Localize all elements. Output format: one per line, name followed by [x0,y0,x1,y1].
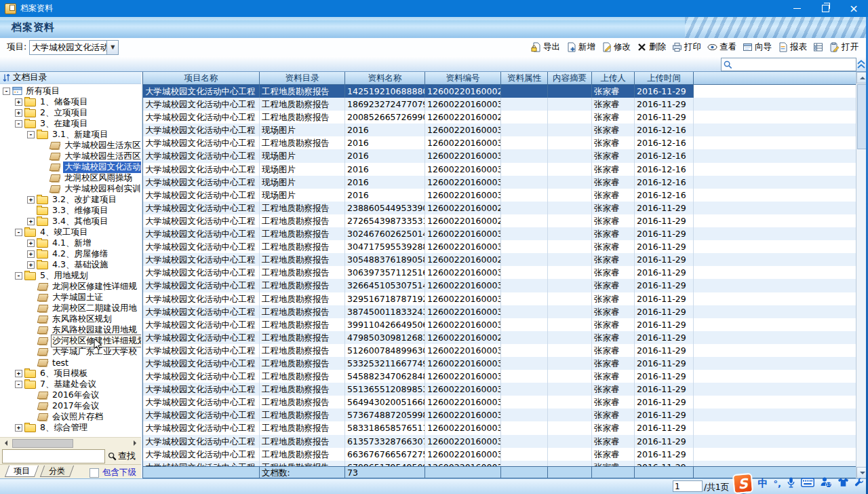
close-button[interactable]: × [840,0,868,17]
tree-item[interactable]: -3.1、新建项目 [0,129,141,140]
tab-category[interactable]: 分类 [40,466,74,477]
tree-item[interactable]: 会议照片存档 [0,411,141,422]
tree-item[interactable]: +4.2、房屋修缮 [0,248,141,259]
tree-collapse-icon[interactable]: - [27,131,35,138]
tree-horizontal-scrollbar[interactable] [0,437,141,448]
toolbar-open-button[interactable]: 打开 [829,41,859,53]
table-row[interactable]: 大学城校园文化活动中心工程工程地质勘察报告3991104266495060391… [143,318,856,331]
tree-collapse-icon[interactable]: - [3,88,10,95]
table-row[interactable]: 大学城校园文化活动中心工程工程地质勘察报告1425192106888805781… [143,85,856,98]
project-dropdown[interactable]: 大学城校园文化活动 ▼ [29,40,119,55]
tree-collapse-icon[interactable]: - [15,381,22,388]
tree-item[interactable]: -4、竣工项目 [0,227,141,238]
settings-wrench-icon[interactable] [854,477,865,489]
tree-item[interactable]: 龙洞校区修建性详细规 [0,281,141,292]
column-header[interactable]: 资料编号 [425,72,501,84]
tree-item[interactable]: -所有项目 [0,86,141,96]
table-row[interactable]: 大学城校园文化活动中心工程工程地质勘察报告2388605449533904181… [143,202,856,214]
tree-item[interactable]: 大学城广东工业大学校 [0,346,141,357]
table-row[interactable]: 大学城校园文化活动中心工程现场图片20161260022016000392张家睿… [143,124,856,136]
tree-expand-icon[interactable]: + [27,218,35,225]
page-number-input[interactable] [673,480,703,492]
toolbar-view-button[interactable]: 查看 [707,41,736,53]
tree-item[interactable]: +3.2、改扩建项目 [0,194,141,205]
ime-mode-toggle[interactable]: 中 [758,477,768,490]
skin-shirt-icon[interactable] [837,477,849,489]
collapse-panel-chevron-icon[interactable] [856,58,866,72]
toolbar-delete-button[interactable]: 删除 [637,41,666,53]
scroll-left-icon[interactable] [1,439,11,447]
table-row[interactable]: 大学城校园文化活动中心工程工程地质勘察报告3266451053075144561… [143,279,856,292]
column-header[interactable]: 上传时间 [635,72,694,84]
tree-collapse-icon[interactable]: - [15,229,22,236]
toolbar-grid-button[interactable] [813,42,823,52]
tab-project[interactable]: 项目 [5,466,39,477]
table-row[interactable]: 大学城校园文化活动中心工程工程地质勘察报告3874500118332433021… [143,305,856,318]
search-box[interactable] [721,58,856,71]
table-row[interactable]: 大学城校园文化活动中心工程工程地质勘察报告5513655120898530512… [143,383,856,396]
column-header[interactable]: 内容摘要 [548,72,592,84]
tree-item[interactable]: 大学城校园生活西区 [0,151,141,162]
tree-item[interactable]: +4.1、新增 [0,238,141,248]
table-row[interactable]: 大学城校园文化活动中心工程现场图片20161260022016000388张家睿… [143,163,856,176]
scrollbar-thumb[interactable] [12,439,73,448]
table-row[interactable]: 大学城校园文化活动中心工程工程地质勘察报告6135733287663079761… [143,435,856,448]
tree-expand-icon[interactable]: + [15,370,22,377]
toolbar-wizard-button[interactable]: 向导 [743,41,772,53]
table-row[interactable]: 大学城校园文化活动中心工程工程地质勘察报告3054883761890587251… [143,253,856,266]
include-sub-checkbox[interactable] [90,468,99,478]
keyboard-icon[interactable] [801,478,814,489]
table-row[interactable]: 大学城校园文化活动中心工程工程地质勘察报告5126007848996301061… [143,344,856,357]
tree-item[interactable]: +3.4、其他项目 [0,216,141,227]
tree-item[interactable]: 大学城校园科创实训 [0,183,141,194]
chevron-down-icon[interactable]: ▼ [106,41,118,54]
restore-button[interactable] [811,0,840,17]
tree-item[interactable]: +4.3、基础设施 [0,259,141,270]
table-row[interactable]: 大学城校园文化活动中心工程工程地质勘察报告1869232724770791961… [143,98,856,111]
tree-find-button[interactable]: 查找 [108,450,136,462]
table-row[interactable]: 大学城校园文化活动中心工程工程地质勘察报告3024676026250147131… [143,227,856,240]
microphone-icon[interactable] [787,476,795,491]
table-row[interactable]: 大学城校园文化活动中心工程工程地质勘察报告4798503098126832711… [143,331,856,344]
toolbar-edit-button[interactable]: 修改 [601,41,631,53]
tree-item[interactable]: +8、综合管理 [0,422,141,433]
table-row[interactable]: 大学城校园文化活动中心工程工程地质勘察报告2726543987335317801… [143,214,856,227]
user-badge-icon[interactable]: 17 [820,476,832,490]
table-row[interactable]: 大学城校园文化活动中心工程工程地质勘察报告5736748872059982941… [143,408,856,421]
table-row[interactable]: 大学城校园文化活动中心工程工程地质勘察报告3047175955392881031… [143,240,856,253]
table-row[interactable]: 大学城校园文化活动中心工程现场图片20161260022016000391张家睿… [143,149,856,162]
search-input[interactable] [734,59,856,70]
table-row[interactable]: 大学城校园文化活动中心工程工程地质勘察报告2008526657269906231… [143,111,856,124]
tree-item[interactable]: 沙河校区修建性详细规划 [0,335,141,346]
table-row[interactable]: 大学城校园文化活动中心工程现场图片20161260022016000390张家睿… [143,176,856,189]
tree-item[interactable]: 大学城国土证 [0,292,141,303]
tree-item[interactable]: 龙洞校区风雨操场 [0,172,141,183]
tree-expand-icon[interactable]: + [27,196,35,204]
table-row[interactable]: 大学城校园文化活动中心工程工程地质勘察报告2016126002201600038… [143,136,856,149]
tree-item[interactable]: 3.3、维修项目 [0,205,141,216]
tree-item[interactable]: 2017年会议 [0,400,141,411]
scroll-right-icon[interactable] [130,439,140,447]
tree-item[interactable]: test [0,357,141,368]
table-row[interactable]: 大学城校园文化活动中心工程工程地质勘察报告3295167187871920731… [143,292,856,305]
table-row[interactable]: 大学城校园文化活动中心工程工程地质勘察报告5332532116677499312… [143,357,856,370]
table-row[interactable]: 大学城校园文化活动中心工程工程地质勘察报告6636767665672755491… [143,448,856,461]
column-header[interactable]: 资料属性 [501,72,548,84]
column-header[interactable]: 资料名称 [345,72,425,84]
toolbar-export-button[interactable]: 导出 [531,41,560,53]
tree-expand-icon[interactable]: + [27,250,35,258]
tree-item[interactable]: 龙洞校区二期建设用地 [0,303,141,314]
table-row[interactable]: 大学城校园文化活动中心工程工程地质勘察报告5833186585765112781… [143,421,856,434]
tree-collapse-icon[interactable]: - [15,120,22,128]
tree-item[interactable]: -3、在建项目 [0,118,141,129]
minimize-button[interactable] [783,0,811,17]
tree-find-input[interactable] [2,449,105,463]
table-row[interactable]: 大学城校园文化活动中心工程工程地质勘察报告5649430200516687381… [143,396,856,408]
table-row[interactable]: 大学城校园文化活动中心工程工程地质勘察报告3063973571125166861… [143,266,856,279]
tree-item[interactable]: +6、项目模板 [0,368,141,379]
tree-collapse-icon[interactable]: - [15,272,22,280]
tree-item[interactable]: 东风路校区规划 [0,314,141,324]
tree-item[interactable]: +2、立项项目 [0,107,141,118]
tree-item[interactable]: 2016年会议 [0,390,141,400]
column-header[interactable]: 上传人 [592,72,635,84]
